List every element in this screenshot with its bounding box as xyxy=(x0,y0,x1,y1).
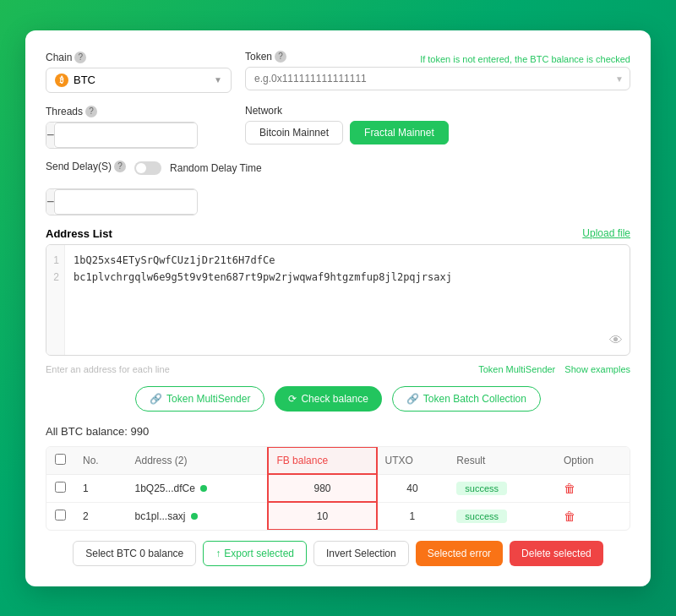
row-1-fb-balance: 980 xyxy=(268,474,376,502)
chain-hint-icon[interactable]: ? xyxy=(74,52,86,63)
chain-chevron-icon: ▼ xyxy=(214,75,222,84)
balance-title: All BTC balance: 990 xyxy=(46,425,630,438)
th-no: No. xyxy=(74,447,126,475)
row-1-option: 🗑 xyxy=(555,474,630,502)
token-info-text: If token is not entered, the BTC balance… xyxy=(286,52,630,64)
threads-stepper: − 1 + xyxy=(46,122,198,149)
token-label: Token xyxy=(245,51,272,63)
helper-links: Token MultiSender Show examples xyxy=(472,364,630,374)
random-delay-toggle[interactable] xyxy=(134,161,161,175)
th-utxo: UTXO xyxy=(377,447,449,475)
send-delay-hint-icon[interactable]: ? xyxy=(114,161,126,172)
send-delay-label: Send Delay(S) xyxy=(46,161,112,172)
threads-decrement-button[interactable]: − xyxy=(46,123,54,148)
check-balance-button[interactable]: ⟳ Check balance xyxy=(275,386,381,412)
address-helper-text: Enter an address for each line xyxy=(46,364,170,374)
address-text-area[interactable]: 1bQ25xs4ETySrQwfCUz1jDr21t6H7dfCe bc1plv… xyxy=(65,245,630,355)
random-delay-label: Random Delay Time xyxy=(170,162,262,174)
row-1-no: 1 xyxy=(74,474,126,502)
token-batch-collection-button[interactable]: 🔗 Token Batch Collection xyxy=(392,386,541,412)
address-list-title: Address List xyxy=(46,227,112,240)
collection-icon: 🔗 xyxy=(406,393,419,405)
table-row: 1 1bQ25...dfCe 980 40 success 🗑 xyxy=(46,474,630,502)
th-fb-balance: FB balance xyxy=(268,447,376,475)
row-2-fb-balance: 10 xyxy=(268,502,376,530)
btc-icon: ₿ xyxy=(55,74,68,87)
invert-selection-button[interactable]: Invert Selection xyxy=(313,541,409,566)
chain-value: BTC xyxy=(74,74,95,86)
show-examples-link[interactable]: Show examples xyxy=(564,364,630,374)
delay-input[interactable]: 0 xyxy=(54,189,198,215)
row-2-result: success xyxy=(448,502,555,530)
row-2-no: 2 xyxy=(74,502,126,530)
chain-select[interactable]: ₿ BTC ▼ xyxy=(46,68,232,93)
line-numbers: 12 xyxy=(46,245,65,355)
addr-dot-1 xyxy=(200,485,207,492)
bitcoin-mainnet-button[interactable]: Bitcoin Mainnet xyxy=(245,121,343,144)
toggle-knob xyxy=(136,163,146,173)
chain-label: Chain xyxy=(46,52,72,63)
upload-file-link[interactable]: Upload file xyxy=(582,227,630,239)
balance-table: No. Address (2) FB balance UTXO Result O… xyxy=(46,447,630,530)
threads-label: Threads xyxy=(46,106,83,117)
delay-stepper: − 0 + xyxy=(46,188,198,215)
token-input[interactable] xyxy=(245,67,630,90)
row-2-address: bc1pl...saxj xyxy=(126,502,268,530)
row-1-address: 1bQ25...dfCe xyxy=(126,474,268,502)
export-selected-button[interactable]: ↑ Export selected xyxy=(203,541,307,566)
row-2-option: 🗑 xyxy=(555,502,630,530)
delete-selected-button[interactable]: Delete selected xyxy=(510,541,603,566)
fractal-mainnet-button[interactable]: Fractal Mainnet xyxy=(350,121,449,144)
threads-input[interactable]: 1 xyxy=(54,123,198,148)
row-1-checkbox[interactable] xyxy=(55,482,66,493)
token-hint-icon[interactable]: ? xyxy=(275,51,286,63)
link-icon: 🔗 xyxy=(150,393,162,405)
threads-hint-icon[interactable]: ? xyxy=(85,106,97,117)
token-multi-sender-link[interactable]: Token MultiSender xyxy=(478,364,555,374)
balance-table-wrap: No. Address (2) FB balance UTXO Result O… xyxy=(46,446,630,531)
token-chevron-icon: ▼ xyxy=(615,74,624,83)
row-1-delete-button[interactable]: 🗑 xyxy=(564,482,575,495)
row-2-utxo: 1 xyxy=(377,502,449,530)
addr-dot-2 xyxy=(191,513,198,520)
address-textarea-wrap: 12 1bQ25xs4ETySrQwfCUz1jDr21t6H7dfCe bc1… xyxy=(46,244,630,356)
export-icon: ↑ xyxy=(215,548,221,559)
th-option: Option xyxy=(555,447,630,475)
main-card: Chain ? ₿ BTC ▼ Token ? If token is not … xyxy=(25,30,651,586)
search-icon: ⟳ xyxy=(288,393,297,405)
select-all-checkbox[interactable] xyxy=(55,454,66,465)
delay-decrement-button[interactable]: − xyxy=(46,189,54,215)
th-result: Result xyxy=(448,447,555,475)
selected-error-button[interactable]: Selected error xyxy=(416,541,503,566)
token-multi-sender-button[interactable]: 🔗 Token MultiSender xyxy=(135,386,264,412)
select-btc-0-button[interactable]: Select BTC 0 balance xyxy=(73,541,196,566)
row-1-result: success xyxy=(448,474,555,502)
row-1-utxo: 40 xyxy=(377,474,449,502)
table-row: 2 bc1pl...saxj 10 1 success 🗑 xyxy=(46,502,630,530)
row-2-checkbox[interactable] xyxy=(55,510,66,521)
th-address: Address (2) xyxy=(126,447,268,475)
eye-icon[interactable]: 👁 xyxy=(609,333,623,348)
row-2-delete-button[interactable]: 🗑 xyxy=(564,510,575,523)
network-label: Network xyxy=(245,105,630,117)
